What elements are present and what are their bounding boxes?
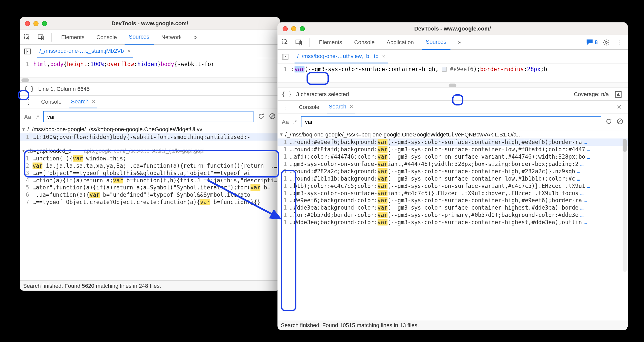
navigator-toggle-icon[interactable] <box>22 46 32 56</box>
refresh-icon[interactable] <box>605 118 612 126</box>
cursor-position: Line 1, Column 6645 <box>38 86 90 92</box>
search-result-row[interactable]: 1…round:#1b1b1b;background:var(--gm3-sys… <box>278 175 628 182</box>
file-tab[interactable]: /_/mss/boq-one-…uthview,_b,_tp × <box>295 49 388 63</box>
tab-more[interactable]: » <box>189 30 201 44</box>
filetab-row: /_/mss/boq-one-…uthview,_b,_tp × <box>278 50 628 63</box>
coverage-icon[interactable] <box>613 89 623 99</box>
svg-point-10 <box>605 41 607 43</box>
search-result-row[interactable]: 1…round:#e9eef6;background:var(--gm3-sys… <box>278 138 628 146</box>
source-editor[interactable]: 1 html,body{height:100%;overflow:hidden}… <box>20 58 280 77</box>
search-result-row[interactable]: 1…#e9eef6;background-color:var(--gm3-sys… <box>278 197 628 204</box>
drawer-tab-search[interactable]: Search × <box>69 95 97 108</box>
kebab-menu-icon[interactable]: ⋮ <box>615 37 625 47</box>
search-status: Search finished. Found 10515 matching li… <box>281 322 419 329</box>
drawer-tab-search[interactable]: Search × <box>327 101 355 113</box>
editor-scrollbar[interactable] <box>278 82 628 87</box>
clear-icon[interactable] <box>269 112 276 121</box>
window-title: DevTools - www.google.com/ <box>20 20 280 27</box>
file-tab[interactable]: /_/mss/boq-one-…t,_stam,jMb2Vb × <box>37 44 133 58</box>
devtools-window-left: DevTools - www.google.com/ Elements Cons… <box>20 17 280 291</box>
search-input[interactable] <box>301 116 601 127</box>
search-result-row[interactable]: 1…lor:#0b57d0;border-color:var(--gm3-sys… <box>278 211 628 219</box>
source-editor[interactable]: 1 :var(--gm3-sys-color-surface-container… <box>278 64 628 82</box>
drawer-search-label: Search <box>71 98 89 105</box>
search-bar: Aa .* <box>20 108 280 125</box>
match-case-toggle[interactable]: Aa <box>282 119 289 125</box>
search-result-row[interactable]: 1…b1b);color:#c4c7c5;color:var(--gm3-sys… <box>278 182 628 190</box>
inspect-element-icon[interactable] <box>280 37 290 47</box>
search-result-row[interactable]: 1…round:#282a2c;background:var(--gm3-sys… <box>278 168 628 175</box>
clear-icon[interactable] <box>617 118 623 126</box>
editor-scrollbar[interactable] <box>20 77 280 82</box>
titlebar: DevTools - www.google.com/ <box>20 17 280 30</box>
drawer-menu-icon[interactable]: ⋮ <box>281 102 291 112</box>
settings-icon[interactable] <box>601 37 612 47</box>
search-footer: Search finished. Found 10515 matching li… <box>278 320 628 330</box>
devtools-window-right: DevTools - www.google.com/ Elements Cons… <box>278 22 628 330</box>
close-drawer-tab-icon[interactable]: × <box>92 98 95 105</box>
coverage-status: Coverage: n/a <box>574 91 609 97</box>
regex-toggle[interactable]: .* <box>35 113 39 120</box>
svg-rect-8 <box>296 40 301 43</box>
annotation-arrow <box>206 176 291 227</box>
drawer-tabs: ⋮ Console Search × <box>20 95 280 108</box>
refresh-icon[interactable] <box>258 112 264 121</box>
inspect-element-icon[interactable] <box>22 32 32 42</box>
editor-status: { } Line 1, Column 6645 <box>20 82 280 95</box>
search-result-row[interactable]: 1…unction(_){var window=this; <box>20 155 280 162</box>
divider <box>51 33 52 41</box>
result-file-header[interactable]: ▼cb=gapi.loaded_0 — apis.google.com/_/sc… <box>20 147 280 155</box>
messages-count: 8 <box>595 39 598 46</box>
tab-network[interactable]: Network <box>157 30 186 44</box>
search-result-row[interactable]: 1…afd);color:#444746;color:var(--gm3-sys… <box>278 153 628 160</box>
filetab-row: /_/mss/boq-one-…t,_stam,jMb2Vb × <box>20 45 280 58</box>
close-tab-icon[interactable]: × <box>382 53 385 59</box>
svg-line-16 <box>208 180 281 219</box>
scrollbar-thumb[interactable] <box>449 84 457 87</box>
close-drawer-tab-icon[interactable]: × <box>350 103 353 110</box>
messages-badge[interactable]: 8 <box>586 39 598 46</box>
svg-line-6 <box>270 114 274 118</box>
device-toolbar-icon[interactable] <box>294 37 304 47</box>
devtools-tabs: Elements Console Sources Network » <box>20 30 280 45</box>
tab-elements[interactable]: Elements <box>315 35 347 50</box>
tab-sources[interactable]: Sources <box>125 30 154 44</box>
tab-elements[interactable]: Elements <box>57 30 89 44</box>
results-scrollbar[interactable] <box>623 139 627 272</box>
search-input[interactable] <box>43 111 253 122</box>
search-footer: Search finished. Found 5620 matching lin… <box>20 280 280 291</box>
search-result-row[interactable]: 1…gm3-sys-color-on-surface-variant,#4447… <box>278 160 628 168</box>
close-tab-icon[interactable]: × <box>127 48 130 54</box>
close-drawer-icon[interactable]: × <box>614 102 624 112</box>
search-result-row[interactable]: 1…#dde3ea;background-color:var(--gm3-sys… <box>278 204 628 211</box>
search-result-row[interactable]: 2var ia,ja,la,sa,ta,xa,ya,Ba;_.ca=functi… <box>20 162 280 169</box>
pretty-print-icon[interactable]: { } <box>24 86 34 92</box>
divider <box>309 38 310 46</box>
regex-toggle[interactable]: .* <box>293 119 297 125</box>
tab-console[interactable]: Console <box>350 35 379 50</box>
drawer-tab-console[interactable]: Console <box>297 101 321 113</box>
pretty-print-icon[interactable]: { } <box>282 91 292 97</box>
search-bar: Aa .* <box>278 113 628 130</box>
code-line: :var(--gm3-sys-color-surface-container-h… <box>289 64 628 82</box>
search-result-row[interactable]: 1…gm3-sys-color-on-surface-variant,#c4c7… <box>278 189 628 197</box>
drawer-menu-icon[interactable]: ⋮ <box>23 97 33 107</box>
navigator-toggle-icon[interactable] <box>280 51 290 62</box>
search-result-row[interactable]: 1…t:100%;overflow:hidden}body{-webkit-fo… <box>20 133 280 141</box>
tab-console[interactable]: Console <box>92 30 121 44</box>
tab-more[interactable]: » <box>454 35 465 50</box>
scrollbar-thumb[interactable] <box>21 78 29 82</box>
search-result-row[interactable]: 1…round:#f8fafd;background:var(--gm3-sys… <box>278 146 628 153</box>
scrollbar-thumb[interactable] <box>623 139 627 152</box>
device-toolbar-icon[interactable] <box>36 32 46 42</box>
match-case-toggle[interactable]: Aa <box>24 113 31 120</box>
tab-application[interactable]: Application <box>382 35 418 50</box>
search-result-row[interactable]: 1…#dde3ea;background-color:var(--gm3-sys… <box>278 219 628 226</box>
tab-sources[interactable]: Sources <box>422 35 451 50</box>
drawer-tab-console[interactable]: Console <box>39 95 63 108</box>
result-file-header[interactable]: ▼/_/mss/boq-one-google/_/ss/k=boq-one-go… <box>20 125 280 133</box>
result-file-header[interactable]: ▼ /_/mss/boq-one-google/_/ss/k=boq-one-g… <box>278 130 628 138</box>
devtools-tabs: Elements Console Application Sources » 8… <box>278 35 628 50</box>
svg-line-15 <box>618 119 622 123</box>
drawer-tabs: ⋮ Console Search × × <box>278 100 628 113</box>
